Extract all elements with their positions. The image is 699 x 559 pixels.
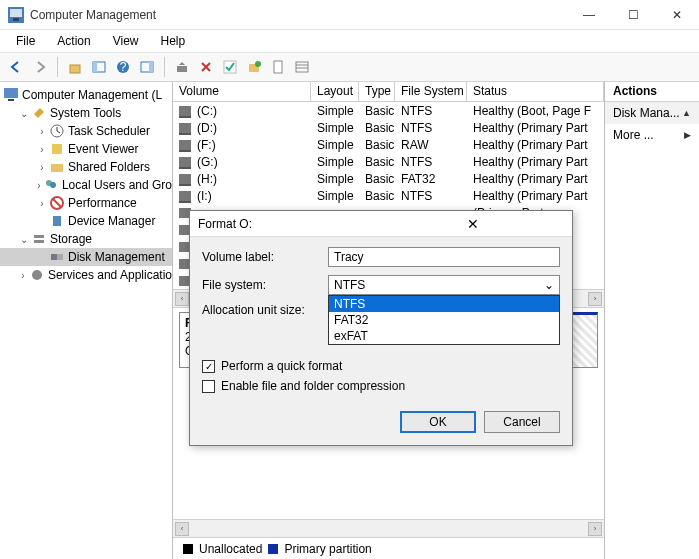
volume-row[interactable]: (C:)SimpleBasicNTFSHealthy (Boot, Page F (173, 102, 604, 119)
tree-label: System Tools (50, 106, 121, 120)
svg-point-32 (32, 270, 42, 280)
dialog-titlebar[interactable]: Format O: ✕ (190, 211, 572, 237)
col-header-volume[interactable]: Volume (173, 82, 311, 101)
tree-label: Disk Management (68, 250, 165, 264)
expand-icon[interactable]: › (36, 180, 42, 191)
navigation-tree[interactable]: Computer Management (L ⌄ System Tools ›T… (0, 82, 173, 559)
tree-system-tools[interactable]: ⌄ System Tools (0, 104, 172, 122)
properties-check-button[interactable] (220, 57, 240, 77)
menu-file[interactable]: File (6, 32, 45, 50)
new-item-button[interactable] (244, 57, 264, 77)
clock-icon (50, 124, 64, 138)
volume-name: (F:) (197, 138, 216, 152)
col-header-filesystem[interactable]: File System (395, 82, 467, 101)
volume-row[interactable]: (G:)SimpleBasicNTFSHealthy (Primary Part (173, 153, 604, 170)
disk-icon (50, 250, 64, 264)
actions-context-label: Disk Mana... (613, 106, 680, 120)
cancel-button[interactable]: Cancel (484, 411, 560, 433)
refresh-button[interactable] (172, 57, 192, 77)
up-button[interactable] (65, 57, 85, 77)
tree-device-manager[interactable]: Device Manager (0, 212, 172, 230)
dropdown-option-ntfs[interactable]: NTFS (329, 296, 559, 312)
volume-status: Healthy (Boot, Page F (467, 104, 604, 118)
scroll-right-icon[interactable]: › (588, 522, 602, 536)
show-hide-tree-button[interactable] (89, 57, 109, 77)
svg-rect-21 (52, 144, 62, 154)
menu-view[interactable]: View (103, 32, 149, 50)
list-view-button[interactable] (292, 57, 312, 77)
quick-format-checkbox[interactable]: ✓ Perform a quick format (202, 359, 560, 373)
dropdown-option-fat32[interactable]: FAT32 (329, 312, 559, 328)
volume-icon (179, 191, 191, 201)
tree-event-viewer[interactable]: ›Event Viewer (0, 140, 172, 158)
back-button[interactable] (6, 57, 26, 77)
volume-row[interactable]: (I:)SimpleBasicNTFSHealthy (Primary Part (173, 187, 604, 204)
filesystem-select[interactable]: NTFS ⌄ (328, 275, 560, 295)
expand-icon[interactable]: › (36, 126, 48, 137)
horizontal-scrollbar-bottom[interactable]: ‹ › (173, 519, 604, 537)
volume-type: Basic (359, 104, 395, 118)
scroll-right-icon[interactable]: › (588, 292, 602, 306)
volume-layout: Simple (311, 189, 359, 203)
help-button[interactable]: ? (113, 57, 133, 77)
actions-more-row[interactable]: More ... ▶ (605, 124, 699, 146)
collapse-icon[interactable]: ⌄ (18, 234, 30, 245)
col-header-type[interactable]: Type (359, 82, 395, 101)
volume-layout: Simple (311, 138, 359, 152)
volume-row[interactable]: (F:)SimpleBasicRAWHealthy (Primary Part (173, 136, 604, 153)
menu-action[interactable]: Action (47, 32, 100, 50)
volume-layout: Simple (311, 155, 359, 169)
compression-label: Enable file and folder compression (221, 379, 405, 393)
expand-icon[interactable]: › (36, 144, 48, 155)
tree-label: Storage (50, 232, 92, 246)
close-button[interactable]: ✕ (655, 0, 699, 30)
volume-name: (C:) (197, 104, 217, 118)
label-allocation: Allocation unit size: (202, 303, 328, 317)
forward-button[interactable] (30, 57, 50, 77)
volume-status: Healthy (Primary Part (467, 155, 604, 169)
minimize-button[interactable]: — (567, 0, 611, 30)
dialog-title: Format O: (198, 217, 381, 231)
col-header-status[interactable]: Status (467, 82, 604, 101)
tree-storage[interactable]: ⌄Storage (0, 230, 172, 248)
tree-root[interactable]: Computer Management (L (0, 86, 172, 104)
compression-checkbox[interactable]: Enable file and folder compression (202, 379, 560, 393)
legend: Unallocated Primary partition (173, 537, 604, 559)
svg-rect-15 (296, 62, 308, 72)
dialog-close-button[interactable]: ✕ (381, 216, 564, 232)
menu-help[interactable]: Help (151, 32, 196, 50)
submenu-icon[interactable]: ▶ (684, 130, 691, 140)
tree-performance[interactable]: ›Performance (0, 194, 172, 212)
expand-icon[interactable]: › (36, 198, 48, 209)
volume-label-input[interactable] (328, 247, 560, 267)
tree-services[interactable]: ›Services and Applicatio (0, 266, 172, 284)
volume-row[interactable]: (D:)SimpleBasicNTFSHealthy (Primary Part (173, 119, 604, 136)
volume-row[interactable]: (H:)SimpleBasicFAT32Healthy (Primary Par… (173, 170, 604, 187)
tree-shared-folders[interactable]: ›Shared Folders (0, 158, 172, 176)
expand-icon[interactable]: › (36, 162, 48, 173)
col-header-layout[interactable]: Layout (311, 82, 359, 101)
filesystem-dropdown[interactable]: NTFS FAT32 exFAT (328, 295, 560, 345)
actions-more-label: More ... (613, 128, 654, 142)
maximize-button[interactable]: ☐ (611, 0, 655, 30)
chevron-down-icon: ⌄ (544, 278, 554, 292)
scroll-left-icon[interactable]: ‹ (175, 292, 189, 306)
panel-button[interactable] (137, 57, 157, 77)
svg-rect-18 (4, 88, 18, 98)
properties-button[interactable] (268, 57, 288, 77)
expand-icon[interactable]: › (18, 270, 28, 281)
dropdown-option-exfat[interactable]: exFAT (329, 328, 559, 344)
svg-rect-27 (53, 216, 61, 226)
tree-disk-management[interactable]: Disk Management (0, 248, 172, 266)
tree-local-users[interactable]: ›Local Users and Gro (0, 176, 172, 194)
delete-button[interactable] (196, 57, 216, 77)
volume-fs: NTFS (395, 104, 467, 118)
scroll-left-icon[interactable]: ‹ (175, 522, 189, 536)
actions-context-row[interactable]: Disk Mana... ▲ (605, 102, 699, 124)
tree-task-scheduler[interactable]: ›Task Scheduler (0, 122, 172, 140)
ok-button[interactable]: OK (400, 411, 476, 433)
volume-list-header[interactable]: Volume Layout Type File System Status (173, 82, 604, 102)
volume-layout: Simple (311, 172, 359, 186)
collapse-up-icon[interactable]: ▲ (682, 108, 691, 118)
collapse-icon[interactable]: ⌄ (18, 108, 30, 119)
